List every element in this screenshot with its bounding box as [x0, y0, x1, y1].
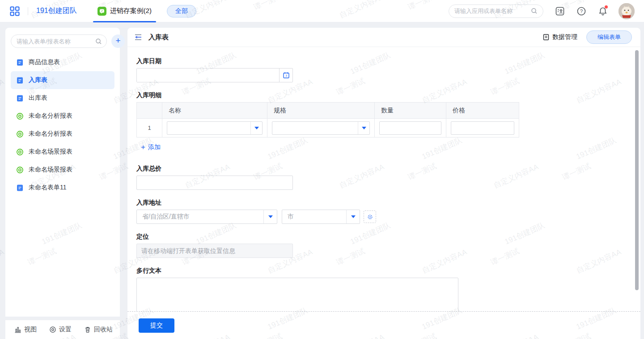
recycle-bin-button[interactable]: 回收站	[84, 326, 113, 334]
watermark-text: 自定义内容AA	[0, 247, 6, 276]
notification-bell-icon[interactable]	[598, 6, 608, 16]
watermark-text: 191创建团队	[0, 305, 1, 332]
add-row-button[interactable]: + 添加	[141, 143, 161, 152]
watermark-text: 自定义内容AA	[0, 77, 6, 106]
detail-table-row: 1	[137, 119, 519, 137]
report-icon	[16, 166, 24, 174]
data-manage-icon	[542, 34, 550, 41]
search-icon	[95, 38, 102, 45]
sidebar-search-row: +	[5, 28, 120, 52]
data-manage-button[interactable]: 数据管理	[542, 33, 577, 41]
sidebar-item-label: 入库表	[29, 76, 47, 84]
views-button[interactable]: 视图	[14, 326, 37, 334]
sidebar-search	[11, 34, 107, 48]
sidebar-item[interactable]: 入库表	[11, 71, 114, 89]
detail-table: 名称 规格 数量 价格 1	[136, 102, 519, 137]
date-input[interactable]	[137, 69, 279, 82]
spec-select[interactable]	[272, 121, 370, 135]
calendar-button[interactable]: 7	[279, 69, 292, 82]
collapse-sidebar-icon[interactable]	[134, 33, 143, 42]
chevron-down-icon	[263, 210, 277, 223]
address-row: 省/自治区/直辖市 市	[136, 210, 640, 224]
report-icon	[16, 112, 24, 120]
sidebar-item-label: 未命名场景报表	[29, 166, 72, 174]
report-icon	[16, 130, 24, 138]
user-avatar[interactable]	[619, 3, 635, 19]
field-label-date: 入库日期	[136, 57, 640, 65]
field-label-multiline: 多行文本	[136, 266, 640, 275]
bar-chart-icon	[14, 326, 21, 333]
page: 191创建团队 进销存案例(2) 全部	[0, 0, 644, 339]
global-search	[449, 4, 543, 18]
trash-icon	[84, 326, 91, 333]
main-header: 入库表 数据管理 编辑表单	[127, 28, 640, 47]
report-icon	[16, 148, 24, 156]
app-tab-label: 进销存案例(2)	[110, 7, 152, 15]
main-panel: 入库表 数据管理 编辑表单 入库日期	[127, 28, 640, 339]
form-scroll-area: 入库日期 7 入库明细 名称 规格	[127, 47, 640, 311]
crosshair-icon	[367, 214, 373, 220]
sidebar-item[interactable]: 未命名分析报表	[11, 107, 114, 125]
contacts-icon[interactable]	[555, 6, 565, 16]
apps-grid-icon[interactable]	[10, 6, 20, 16]
svg-text:7: 7	[285, 74, 287, 78]
province-select[interactable]: 省/自治区/直辖市	[136, 210, 277, 224]
add-form-button[interactable]: +	[111, 34, 125, 48]
sidebar-item[interactable]: 未命名分析报表	[11, 125, 114, 143]
field-label-total: 入库总价	[136, 164, 640, 172]
sidebar-item[interactable]: 未命名表单11	[11, 179, 114, 197]
header-name: 名称	[162, 103, 267, 119]
sidebar-item[interactable]: 出库表	[11, 89, 114, 107]
total-price-input[interactable]	[136, 176, 293, 190]
active-tab-underline	[93, 21, 156, 22]
header-price: 价格	[446, 103, 519, 119]
price-input[interactable]	[451, 121, 514, 135]
sidebar-item-label: 未命名场景报表	[29, 148, 72, 156]
header-index	[137, 103, 162, 119]
gear-icon	[49, 326, 56, 333]
name-select[interactable]	[167, 121, 263, 135]
calendar-icon: 7	[283, 72, 290, 79]
qty-input[interactable]	[379, 121, 441, 135]
chevron-down-icon	[250, 122, 262, 134]
notification-dot	[605, 5, 608, 9]
sidebar-item-label: 出库表	[29, 94, 47, 102]
form-footer: 提交	[127, 311, 640, 339]
field-label-location: 定位	[136, 232, 640, 240]
global-search-input[interactable]	[454, 8, 531, 14]
sidebar-item-label: 未命名分析报表	[29, 130, 72, 138]
settings-button[interactable]: 设置	[49, 326, 72, 334]
location-input[interactable]	[136, 244, 293, 258]
chevron-down-icon	[358, 122, 369, 134]
sidebar-item[interactable]: 商品信息表	[11, 53, 114, 71]
header-qty: 数量	[375, 103, 446, 119]
sidebar-footer: 视图 设置 回收站	[5, 320, 120, 339]
multiline-textarea[interactable]	[136, 278, 458, 311]
sidebar-item[interactable]: 未命名场景报表	[11, 143, 114, 161]
form-doc-icon	[16, 59, 24, 66]
submit-button[interactable]: 提交	[139, 318, 174, 333]
form-doc-icon	[16, 77, 24, 84]
search-icon[interactable]	[531, 8, 538, 14]
edit-form-button[interactable]: 编辑表单	[586, 30, 632, 44]
sidebar-item-label: 商品信息表	[29, 58, 60, 66]
nav-right: ?	[449, 3, 635, 19]
svg-text:?: ?	[580, 9, 583, 14]
team-name[interactable]: 191创建团队	[36, 6, 77, 16]
sidebar-item-label: 未命名表单11	[29, 184, 67, 192]
plus-icon: +	[141, 143, 145, 152]
form-doc-icon	[16, 94, 24, 102]
field-label-detail: 入库明细	[136, 91, 640, 99]
tab-app[interactable]: 进销存案例(2)	[96, 0, 153, 22]
sidebar-list: 商品信息表 入库表	[5, 52, 120, 197]
city-select[interactable]: 市	[282, 210, 360, 224]
sidebar-item-label: 未命名分析报表	[29, 112, 72, 120]
help-icon[interactable]: ?	[576, 6, 586, 16]
map-picker-button[interactable]	[364, 210, 376, 223]
vertical-scrollbar[interactable]	[635, 50, 639, 290]
all-apps-button[interactable]: 全部	[167, 5, 196, 17]
sidebar-item[interactable]: 未命名场景报表	[11, 161, 114, 179]
sidebar-search-input[interactable]	[17, 38, 95, 45]
app-icon	[97, 7, 106, 16]
header-spec: 规格	[267, 103, 375, 119]
